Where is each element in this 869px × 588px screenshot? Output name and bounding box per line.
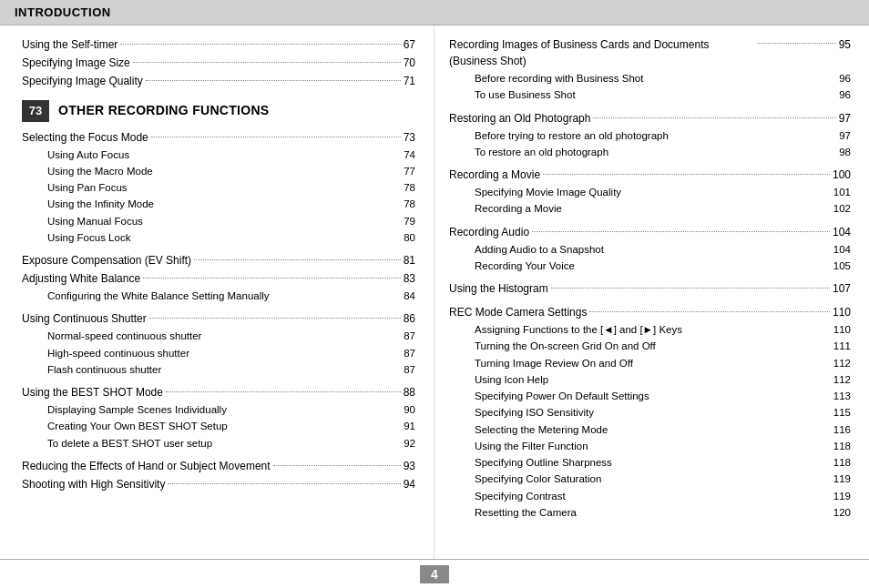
sub-color-saturation: Specifying Color Saturation 119 xyxy=(449,471,851,487)
entry-page: 73 xyxy=(404,129,415,146)
entry-title: Using Auto Focus xyxy=(47,147,129,163)
entry-title: Specifying Outline Sharpness xyxy=(475,455,612,471)
entry-page: 111 xyxy=(829,339,851,354)
entry-title: Shooting with High Sensitivity xyxy=(22,476,165,492)
entry-business-cards: Recording Images of Business Cards and D… xyxy=(449,36,851,69)
sub-delete-best-shot: To delete a BEST SHOT user setup 92 xyxy=(22,436,415,451)
entry-page: 104 xyxy=(829,242,851,258)
entry-page: 79 xyxy=(394,214,415,229)
entry-focus-mode: Selecting the Focus Mode 73 xyxy=(22,129,415,146)
entry-page: 87 xyxy=(394,329,415,344)
entry-page: 116 xyxy=(829,422,851,438)
dots xyxy=(143,268,401,279)
sub-image-review: Turning Image Review On and Off 112 xyxy=(449,356,851,371)
sub-contrast: Specifying Contrast 119 xyxy=(449,489,851,504)
sub-manual-focus: Using Manual Focus 79 xyxy=(22,214,415,229)
entry-title: Using Focus Lock xyxy=(47,230,130,246)
dots xyxy=(757,33,835,44)
dots xyxy=(151,127,401,137)
entry-page: 97 xyxy=(839,110,851,127)
entry-page: 90 xyxy=(394,402,415,418)
entry-histogram: Using the Histogram 107 xyxy=(449,280,851,297)
entry-title: Specifying ISO Sensitivity xyxy=(475,405,594,421)
entry-page: 96 xyxy=(829,87,851,103)
sub-auto-focus: Using Auto Focus 74 xyxy=(22,147,415,163)
right-column: Recording Images of Business Cards and D… xyxy=(434,25,869,559)
section-heading: 73 OTHER RECORDING FUNCTIONS xyxy=(22,100,415,122)
entry-page: 98 xyxy=(829,145,851,160)
entry-title: Specifying Color Saturation xyxy=(475,471,601,487)
entry-page: 96 xyxy=(829,71,851,86)
section-number: 73 xyxy=(22,100,49,122)
entry-title: Specifying Power On Default Settings xyxy=(475,389,649,404)
entry-page: 84 xyxy=(394,289,415,304)
entry-title: Restoring an Old Photograph xyxy=(449,110,590,127)
entry-title: Normal-speed continuous shutter xyxy=(47,329,201,344)
entry-title: To use Business Shot xyxy=(475,87,576,103)
entry-title: Specifying Image Quality xyxy=(22,73,143,89)
entry-title: Turning Image Review On and Off xyxy=(475,356,633,371)
entry-page: 71 xyxy=(404,73,415,89)
entry-title: Before recording with Business Shot xyxy=(475,71,643,86)
sub-icon-help: Using Icon Help 112 xyxy=(449,372,851,388)
entry-title: Using the Histogram xyxy=(449,280,548,297)
entry-title: Using the Filter Function xyxy=(475,439,588,454)
entry-page: 112 xyxy=(829,372,851,388)
entry-recording-audio: Recording Audio 104 xyxy=(449,224,851,240)
sub-default-settings: Specifying Power On Default Settings 113 xyxy=(449,389,851,404)
entry-best-shot: Using the BEST SHOT Mode 88 xyxy=(22,384,415,400)
entry-title: Recording a Movie xyxy=(449,167,540,183)
entry-page: 92 xyxy=(394,436,415,451)
sub-before-business-shot: Before recording with Business Shot 96 xyxy=(449,71,851,86)
sub-iso-sensitivity: Specifying ISO Sensitivity 115 xyxy=(449,405,851,421)
entry-title: Resetting the Camera xyxy=(475,505,577,521)
entry-page: 83 xyxy=(404,270,415,287)
entry-page: 118 xyxy=(829,439,851,454)
entry-page: 77 xyxy=(394,164,415,179)
sub-recording-voice: Recording Your Voice 105 xyxy=(449,259,851,274)
entry-title: Using Manual Focus xyxy=(47,214,143,229)
entry-page: 78 xyxy=(394,197,415,212)
entry-title: Using the Macro Mode xyxy=(47,164,153,179)
section-title: OTHER RECORDING FUNCTIONS xyxy=(58,101,270,120)
sub-flash-continuous: Flash continuous shutter 87 xyxy=(22,362,415,378)
entry-title: Using the Infinity Mode xyxy=(47,197,154,212)
sub-recording-movie: Recording a Movie 102 xyxy=(449,201,851,217)
sub-metering-mode: Selecting the Metering Mode 116 xyxy=(449,422,851,438)
page-number: 4 xyxy=(420,565,449,583)
entry-page: 95 xyxy=(839,36,851,53)
header-label: INTRODUCTION xyxy=(15,5,111,19)
header-bar: INTRODUCTION xyxy=(0,0,869,25)
sub-wb-manual: Configuring the White Balance Setting Ma… xyxy=(22,289,415,304)
sub-assigning-functions: Assigning Functions to the [◄] and [►] K… xyxy=(449,322,851,338)
dots xyxy=(168,473,400,484)
entry-title: Using Continuous Shutter xyxy=(22,310,147,327)
entry-title: Specifying Movie Image Quality xyxy=(475,185,621,200)
entry-white-balance: Adjusting White Balance 83 xyxy=(22,270,415,287)
entry-page: 93 xyxy=(404,458,415,474)
sub-focus-lock: Using Focus Lock 80 xyxy=(22,230,415,246)
entry-page: 67 xyxy=(404,36,415,53)
entry-title: Using the Self-timer xyxy=(22,36,118,53)
dots xyxy=(194,249,401,260)
entry-title: Selecting the Metering Mode xyxy=(475,422,608,438)
entry-page: 86 xyxy=(404,310,415,327)
entry-title: Displaying Sample Scenes Individually xyxy=(47,402,227,418)
entry-page: 87 xyxy=(394,362,415,378)
sub-use-business-shot: To use Business Shot 96 xyxy=(449,87,851,103)
entry-title: Adjusting White Balance xyxy=(22,270,140,287)
entry-ev-shift: Exposure Compensation (EV Shift) 81 xyxy=(22,252,415,269)
entry-page: 78 xyxy=(394,180,415,196)
entry-page: 107 xyxy=(833,280,851,297)
entry-page: 110 xyxy=(829,322,851,338)
entry-page: 115 xyxy=(829,405,851,421)
entry-title: Turning the On-screen Grid On and Off xyxy=(475,339,656,354)
content-area: Using the Self-timer 67 Specifying Image… xyxy=(0,25,869,559)
sub-filter-function: Using the Filter Function 118 xyxy=(449,439,851,454)
sub-to-restore: To restore an old photograph 98 xyxy=(449,145,851,160)
sub-infinity-mode: Using the Infinity Mode 78 xyxy=(22,197,415,212)
entry-title: Recording Your Voice xyxy=(475,259,575,274)
entry-title: Using Pan Focus xyxy=(47,180,128,196)
dots xyxy=(146,70,401,81)
dots xyxy=(273,455,401,466)
